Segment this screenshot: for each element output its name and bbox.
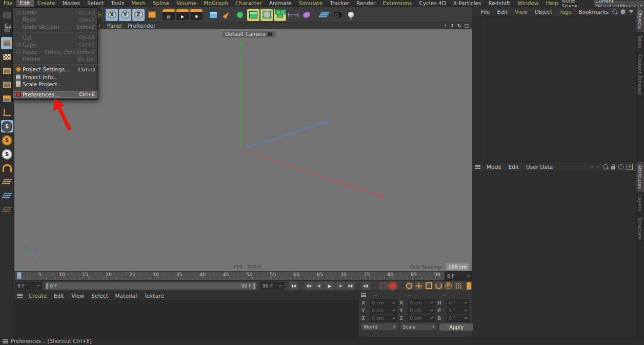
deformer-icon[interactable] <box>300 9 313 21</box>
filter-icon[interactable] <box>629 10 634 13</box>
tab-objects[interactable]: Objects <box>636 7 644 32</box>
preview-range-slider[interactable]: 0 F 90 F <box>45 282 256 290</box>
am-menu-edit[interactable]: Edit <box>505 164 522 170</box>
tab-layers[interactable]: Layers <box>636 192 644 214</box>
menu-item-undo[interactable]: UndoCtrl+Z <box>13 9 97 16</box>
vp-menu-prorender[interactable]: ProRender <box>125 23 158 29</box>
menu-item-copy[interactable]: CopyCtrl+C <box>13 41 97 48</box>
workplane-planar-icon[interactable] <box>1 203 13 216</box>
range-start-field[interactable]: 0 F ▴▾ <box>15 282 42 290</box>
size-x-field[interactable]: 0 cm▴▾ <box>408 299 435 306</box>
volume-icon[interactable] <box>274 9 286 21</box>
menu-item-delete[interactable]: DeleteBS, Del <box>13 55 97 63</box>
menu-extensions[interactable]: Extensions <box>379 0 415 7</box>
record-icon[interactable] <box>379 282 388 290</box>
grid-spacing-value[interactable]: 100 cm <box>446 263 469 270</box>
stepper-icon[interactable]: ▴▾ <box>392 317 395 319</box>
pos-z-field[interactable]: 0 cm▴▾ <box>370 315 397 322</box>
range-left-handle[interactable] <box>46 283 48 289</box>
menu-item-redo[interactable]: RedoCtrl+Y <box>13 16 97 23</box>
menu-item-preferences[interactable]: Preferences...Ctrl+E <box>13 91 97 98</box>
key-circle-icon[interactable] <box>405 282 414 290</box>
menu-spline[interactable]: Spline <box>149 0 173 7</box>
om-menu-tags[interactable]: Tags <box>556 9 575 15</box>
snap-3d-icon[interactable]: S <box>1 134 13 146</box>
lock-icon[interactable] <box>611 166 615 169</box>
material-list-area[interactable] <box>14 300 358 337</box>
stepper-icon[interactable]: ▴▾ <box>464 309 467 312</box>
spline-modifier-icon[interactable]: ⊢⊣ <box>287 9 299 21</box>
menu-simulate[interactable]: Simulate <box>295 0 326 7</box>
menu-redshift[interactable]: Redshift <box>485 0 514 7</box>
track-selection-icon[interactable] <box>618 164 623 169</box>
mat-menu-material[interactable]: Material <box>112 293 141 299</box>
play-icon[interactable]: ▶ <box>324 282 335 290</box>
stepper-icon[interactable]: ▴▾ <box>392 309 395 312</box>
hamburger-icon[interactable] <box>17 294 23 298</box>
model-mode-icon[interactable] <box>1 37 13 49</box>
magnet-icon[interactable] <box>1 162 13 174</box>
menu-render[interactable]: Render <box>353 0 379 7</box>
menu-item-undo-action[interactable]: Undo (Action)Shift+Z <box>13 23 97 30</box>
render-view-icon[interactable]: ▤ <box>163 9 175 20</box>
workplane-icon[interactable] <box>1 176 13 188</box>
hamburger-icon[interactable] <box>361 293 366 297</box>
field-icon[interactable] <box>260 9 273 21</box>
history-back-icon[interactable]: ◂ <box>591 164 594 169</box>
key-pla-icon[interactable] <box>454 282 462 290</box>
tab-takes[interactable]: Takes <box>636 32 644 51</box>
key-position-icon[interactable] <box>415 282 424 290</box>
jump-end-icon[interactable]: ▶▮ <box>361 282 370 290</box>
key-rotation-icon[interactable] <box>434 282 443 290</box>
jump-start-icon[interactable]: ▮◀ <box>289 282 298 290</box>
menu-animate[interactable]: Animate <box>266 0 295 7</box>
tab-attributes[interactable]: Attributes <box>636 162 644 192</box>
next-key-icon[interactable]: ▶▮ <box>346 282 355 290</box>
add-cube-icon[interactable] <box>207 9 219 21</box>
current-frame-field[interactable]: 0 F ▴▾ <box>445 271 472 280</box>
light-icon[interactable] <box>345 9 357 21</box>
mat-menu-view[interactable]: View <box>68 293 88 299</box>
next-frame-icon[interactable]: ▶ <box>336 282 345 290</box>
prev-key-icon[interactable]: ▮◀ <box>305 282 313 290</box>
convert-icon[interactable] <box>1 9 13 22</box>
rot-b-field[interactable]: 0 °▴▾ <box>447 315 469 322</box>
pos-y-field[interactable]: 0 cm▴▾ <box>370 307 397 314</box>
z-axis-lock-icon[interactable]: Z <box>132 9 145 21</box>
menu-edit[interactable]: Edit <box>16 0 34 7</box>
stepper-icon[interactable]: ▴▾ <box>430 309 433 312</box>
floor-icon[interactable] <box>318 9 330 21</box>
prev-frame-icon[interactable]: ◀ <box>314 282 323 290</box>
om-menu-view[interactable]: View <box>511 9 531 15</box>
coordinate-system-icon[interactable] <box>146 9 158 21</box>
stepper-icon[interactable]: ▴▾ <box>430 301 433 304</box>
camera-label[interactable]: Default Camera <box>223 31 275 37</box>
x-axis-lock-icon[interactable]: X <box>106 9 118 21</box>
enable-snap-icon[interactable]: S <box>1 120 13 132</box>
apply-button[interactable]: Apply <box>439 323 473 331</box>
menu-item-cut[interactable]: CutCtrl+X <box>13 34 97 41</box>
menu-select[interactable]: Select <box>84 0 107 7</box>
node-space-select[interactable]: Current (Standard/Physical) ▾ <box>594 1 644 6</box>
attribute-body[interactable] <box>472 171 636 337</box>
autokey-icon[interactable] <box>389 282 397 290</box>
generator-icon[interactable] <box>247 9 259 21</box>
am-menu-mode[interactable]: Mode <box>483 164 505 170</box>
om-menu-bookmarks[interactable]: Bookmarks <box>575 9 612 15</box>
pan-view-icon[interactable]: + <box>444 23 448 28</box>
menu-help[interactable]: Help <box>542 0 562 7</box>
mat-menu-edit[interactable]: Edit <box>50 293 68 299</box>
menu-tracker[interactable]: Tracker <box>326 0 353 7</box>
menu-tools[interactable]: Tools <box>107 0 128 7</box>
menu-item-project-info[interactable]: Project Info... <box>13 73 97 81</box>
om-menu-object[interactable]: Object <box>531 9 556 15</box>
menu-xparticles[interactable]: X-Particles <box>450 0 485 7</box>
add-panel-icon[interactable] <box>627 164 633 170</box>
history-forward-icon[interactable]: ▸ <box>597 164 600 169</box>
menu-item-scale-project[interactable]: Scale Project... <box>13 81 97 88</box>
menu-mograph[interactable]: MoGraph <box>200 0 232 7</box>
stepper-icon[interactable]: ▴▾ <box>464 301 467 304</box>
menu-item-paste[interactable]: PasteCtrl+V, Ctrl+Shift+V <box>13 48 97 55</box>
stepper-icon[interactable]: ▴▾ <box>279 284 282 287</box>
menu-mesh[interactable]: Mesh <box>128 0 149 7</box>
